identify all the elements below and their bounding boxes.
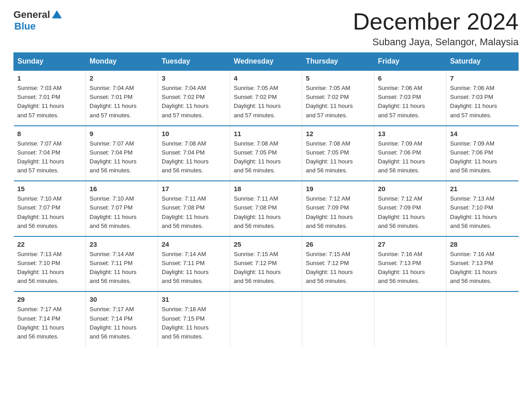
day-info: Sunrise: 7:04 AM Sunset: 7:02 PM Dayligh… <box>162 84 226 120</box>
calendar-cell: 16 Sunrise: 7:10 AM Sunset: 7:07 PM Dayl… <box>86 181 158 236</box>
day-number: 2 <box>90 74 154 82</box>
calendar-cell: 8 Sunrise: 7:07 AM Sunset: 7:04 PM Dayli… <box>14 126 86 181</box>
day-info: Sunrise: 7:18 AM Sunset: 7:15 PM Dayligh… <box>162 305 226 341</box>
day-number: 27 <box>378 240 442 248</box>
calendar-cell: 17 Sunrise: 7:11 AM Sunset: 7:08 PM Dayl… <box>158 181 230 236</box>
calendar-cell: 9 Sunrise: 7:07 AM Sunset: 7:04 PM Dayli… <box>86 126 158 181</box>
calendar-cell: 26 Sunrise: 7:15 AM Sunset: 7:12 PM Dayl… <box>302 236 374 292</box>
day-info: Sunrise: 7:12 AM Sunset: 7:09 PM Dayligh… <box>306 194 370 231</box>
day-info: Sunrise: 7:06 AM Sunset: 7:03 PM Dayligh… <box>378 84 442 120</box>
calendar-cell: 20 Sunrise: 7:12 AM Sunset: 7:09 PM Dayl… <box>374 181 446 236</box>
day-number: 20 <box>378 185 442 193</box>
header-monday: Monday <box>86 53 158 71</box>
day-info: Sunrise: 7:07 AM Sunset: 7:04 PM Dayligh… <box>90 139 154 176</box>
calendar-cell <box>446 291 519 347</box>
calendar-table: SundayMondayTuesdayWednesdayThursdayFrid… <box>13 52 519 347</box>
day-number: 24 <box>162 240 226 248</box>
day-info: Sunrise: 7:11 AM Sunset: 7:08 PM Dayligh… <box>162 194 226 231</box>
day-info: Sunrise: 7:10 AM Sunset: 7:07 PM Dayligh… <box>17 194 82 231</box>
day-number: 23 <box>90 240 154 248</box>
day-number: 22 <box>17 240 82 248</box>
day-number: 17 <box>162 185 226 193</box>
calendar-cell: 23 Sunrise: 7:14 AM Sunset: 7:11 PM Dayl… <box>86 236 158 292</box>
calendar-cell: 15 Sunrise: 7:10 AM Sunset: 7:07 PM Dayl… <box>14 181 86 236</box>
day-info: Sunrise: 7:07 AM Sunset: 7:04 PM Dayligh… <box>17 139 82 176</box>
day-info: Sunrise: 7:15 AM Sunset: 7:12 PM Dayligh… <box>306 250 370 286</box>
day-info: Sunrise: 7:09 AM Sunset: 7:06 PM Dayligh… <box>450 139 515 176</box>
day-info: Sunrise: 7:14 AM Sunset: 7:11 PM Dayligh… <box>162 250 226 286</box>
day-number: 18 <box>234 185 298 193</box>
svg-marker-0 <box>52 10 62 18</box>
header-friday: Friday <box>374 53 446 71</box>
day-info: Sunrise: 7:09 AM Sunset: 7:06 PM Dayligh… <box>378 139 442 176</box>
calendar-cell: 12 Sunrise: 7:08 AM Sunset: 7:05 PM Dayl… <box>302 126 374 181</box>
day-info: Sunrise: 7:03 AM Sunset: 7:01 PM Dayligh… <box>17 84 82 120</box>
day-number: 29 <box>17 295 82 303</box>
day-number: 13 <box>378 130 442 137</box>
calendar-cell: 1 Sunrise: 7:03 AM Sunset: 7:01 PM Dayli… <box>14 70 86 126</box>
day-info: Sunrise: 7:06 AM Sunset: 7:03 PM Dayligh… <box>450 84 515 120</box>
calendar-cell: 11 Sunrise: 7:08 AM Sunset: 7:05 PM Dayl… <box>230 126 302 181</box>
calendar-week-row: 1 Sunrise: 7:03 AM Sunset: 7:01 PM Dayli… <box>14 70 519 126</box>
day-info: Sunrise: 7:08 AM Sunset: 7:05 PM Dayligh… <box>234 139 298 176</box>
day-info: Sunrise: 7:16 AM Sunset: 7:13 PM Dayligh… <box>378 250 442 286</box>
calendar-cell: 3 Sunrise: 7:04 AM Sunset: 7:02 PM Dayli… <box>158 70 230 126</box>
day-number: 9 <box>90 130 154 137</box>
calendar-cell: 18 Sunrise: 7:11 AM Sunset: 7:08 PM Dayl… <box>230 181 302 236</box>
day-info: Sunrise: 7:17 AM Sunset: 7:14 PM Dayligh… <box>90 305 154 341</box>
calendar-cell: 29 Sunrise: 7:17 AM Sunset: 7:14 PM Dayl… <box>14 291 86 347</box>
calendar-cell <box>230 291 302 347</box>
day-number: 11 <box>234 130 298 137</box>
day-number: 31 <box>162 295 226 303</box>
calendar-week-row: 8 Sunrise: 7:07 AM Sunset: 7:04 PM Dayli… <box>14 126 519 181</box>
day-number: 30 <box>90 295 154 303</box>
day-info: Sunrise: 7:11 AM Sunset: 7:08 PM Dayligh… <box>234 194 298 231</box>
calendar-cell: 7 Sunrise: 7:06 AM Sunset: 7:03 PM Dayli… <box>446 70 519 126</box>
day-info: Sunrise: 7:13 AM Sunset: 7:10 PM Dayligh… <box>450 194 515 231</box>
calendar-cell: 13 Sunrise: 7:09 AM Sunset: 7:06 PM Dayl… <box>374 126 446 181</box>
location-title: Subang Jaya, Selangor, Malaysia <box>353 36 519 48</box>
day-number: 3 <box>162 74 226 82</box>
calendar-cell: 27 Sunrise: 7:16 AM Sunset: 7:13 PM Dayl… <box>374 236 446 292</box>
header-saturday: Saturday <box>446 53 519 71</box>
page-header: General Blue December 2024 Subang Jaya, … <box>13 9 519 48</box>
day-number: 16 <box>90 185 154 193</box>
calendar-cell: 19 Sunrise: 7:12 AM Sunset: 7:09 PM Dayl… <box>302 181 374 236</box>
calendar-header-row: SundayMondayTuesdayWednesdayThursdayFrid… <box>14 53 519 71</box>
day-info: Sunrise: 7:12 AM Sunset: 7:09 PM Dayligh… <box>378 194 442 231</box>
calendar-cell: 2 Sunrise: 7:04 AM Sunset: 7:01 PM Dayli… <box>86 70 158 126</box>
calendar-cell: 25 Sunrise: 7:15 AM Sunset: 7:12 PM Dayl… <box>230 236 302 292</box>
calendar-week-row: 15 Sunrise: 7:10 AM Sunset: 7:07 PM Dayl… <box>14 181 519 236</box>
calendar-cell: 28 Sunrise: 7:16 AM Sunset: 7:13 PM Dayl… <box>446 236 519 292</box>
day-number: 15 <box>17 185 82 193</box>
day-info: Sunrise: 7:17 AM Sunset: 7:14 PM Dayligh… <box>17 305 82 341</box>
logo-triangle-icon <box>52 9 62 19</box>
day-info: Sunrise: 7:05 AM Sunset: 7:02 PM Dayligh… <box>306 84 370 120</box>
logo-blue-text: Blue <box>14 21 36 32</box>
calendar-week-row: 22 Sunrise: 7:13 AM Sunset: 7:10 PM Dayl… <box>14 236 519 292</box>
calendar-cell: 21 Sunrise: 7:13 AM Sunset: 7:10 PM Dayl… <box>446 181 519 236</box>
calendar-cell <box>302 291 374 347</box>
day-info: Sunrise: 7:04 AM Sunset: 7:01 PM Dayligh… <box>90 84 154 120</box>
calendar-week-row: 29 Sunrise: 7:17 AM Sunset: 7:14 PM Dayl… <box>14 291 519 347</box>
day-number: 4 <box>234 74 298 82</box>
header-wednesday: Wednesday <box>230 53 302 71</box>
header-tuesday: Tuesday <box>158 53 230 71</box>
day-info: Sunrise: 7:16 AM Sunset: 7:13 PM Dayligh… <box>450 250 515 286</box>
day-number: 19 <box>306 185 370 193</box>
day-info: Sunrise: 7:08 AM Sunset: 7:04 PM Dayligh… <box>162 139 226 176</box>
day-number: 5 <box>306 74 370 82</box>
day-number: 10 <box>162 130 226 137</box>
day-info: Sunrise: 7:15 AM Sunset: 7:12 PM Dayligh… <box>234 250 298 286</box>
day-info: Sunrise: 7:10 AM Sunset: 7:07 PM Dayligh… <box>90 194 154 231</box>
day-info: Sunrise: 7:05 AM Sunset: 7:02 PM Dayligh… <box>234 84 298 120</box>
day-info: Sunrise: 7:13 AM Sunset: 7:10 PM Dayligh… <box>17 250 82 286</box>
logo-general-text: General <box>13 9 50 21</box>
day-number: 8 <box>17 130 82 137</box>
day-number: 26 <box>306 240 370 248</box>
day-info: Sunrise: 7:08 AM Sunset: 7:05 PM Dayligh… <box>306 139 370 176</box>
logo: General Blue <box>13 9 62 32</box>
calendar-cell: 24 Sunrise: 7:14 AM Sunset: 7:11 PM Dayl… <box>158 236 230 292</box>
calendar-cell: 31 Sunrise: 7:18 AM Sunset: 7:15 PM Dayl… <box>158 291 230 347</box>
title-block: December 2024 Subang Jaya, Selangor, Mal… <box>353 9 519 48</box>
